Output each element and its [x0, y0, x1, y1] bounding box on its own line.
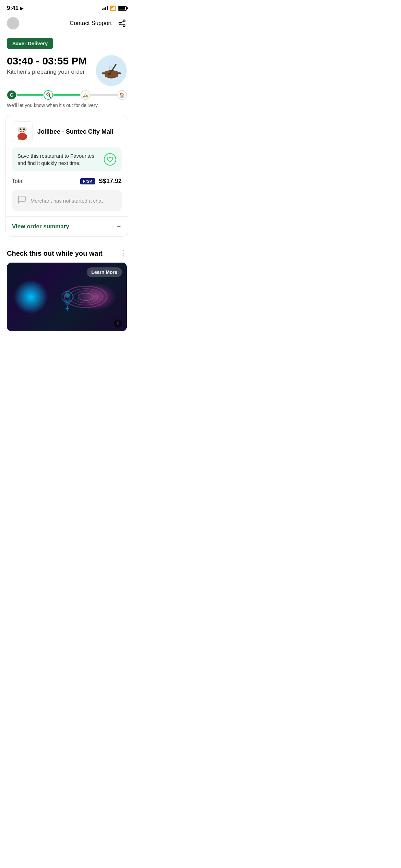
check-title: Check this out while you wait — [7, 250, 102, 257]
progress-line-1 — [16, 94, 44, 96]
back-button[interactable] — [7, 17, 19, 29]
status-bar: 9:41 ▶ 📶 — [0, 0, 134, 14]
saver-delivery-badge: Saver Delivery — [7, 38, 53, 49]
status-time: 9:41 ▶ — [7, 5, 23, 12]
svg-point-31 — [78, 293, 93, 300]
status-icons: 📶 — [102, 5, 127, 11]
progress-line-2 — [53, 94, 80, 96]
view-order-row[interactable]: View order summary → — [6, 217, 128, 236]
check-section: Check this out while you wait ⋮ — [0, 242, 134, 331]
total-amount: S$17.92 — [99, 178, 122, 185]
ad-glow-blue — [14, 280, 48, 314]
ad-card: Learn More × — [7, 263, 127, 331]
fav-text: Save this restaurant to Favourites and f… — [17, 152, 104, 167]
total-right: VISA S$17.92 — [80, 178, 122, 185]
restaurant-card: Jollibee Jollibee - Suntec City Mall Sav… — [5, 115, 128, 237]
svg-text:G: G — [10, 92, 14, 98]
ad-illustration — [58, 273, 113, 321]
favourite-banner[interactable]: Save this restaurant to Favourites and f… — [12, 147, 122, 171]
svg-line-3 — [121, 24, 123, 25]
svg-rect-24 — [20, 125, 25, 127]
arrow-right-icon: → — [116, 223, 122, 230]
progress-bar: G 🍳 🛵 🏠 — [7, 90, 127, 100]
nav-bar: Contact Support — [0, 14, 134, 34]
heart-icon[interactable] — [104, 153, 116, 166]
location-arrow-icon: ▶ — [20, 6, 23, 11]
delivery-info: 03:40 - 03:55 PM Kitchen's preparing you… — [7, 55, 96, 75]
chat-status-text: Merchant has not started a chat — [31, 198, 103, 204]
step-grabfood-icon: G — [7, 90, 16, 100]
chat-icon — [17, 195, 26, 206]
check-header: Check this out while you wait ⋮ — [7, 249, 127, 258]
progress-hint: We'll let you know when it's out for del… — [7, 103, 127, 108]
svg-point-35 — [65, 293, 70, 298]
share-button[interactable] — [117, 19, 127, 28]
ad-background: Learn More — [7, 263, 127, 331]
svg-line-4 — [121, 22, 123, 23]
svg-text:Jollibee: Jollibee — [18, 138, 27, 140]
restaurant-logo: Jollibee — [12, 121, 33, 142]
svg-rect-8 — [118, 72, 121, 74]
svg-point-22 — [23, 129, 25, 130]
restaurant-name: Jollibee - Suntec City Mall — [37, 128, 113, 135]
chat-banner: Merchant has not started a chat — [12, 190, 122, 211]
nav-right: Contact Support — [70, 19, 127, 28]
svg-point-21 — [20, 129, 22, 130]
signal-icon — [102, 6, 108, 10]
svg-point-10 — [108, 73, 111, 75]
svg-point-28 — [64, 286, 107, 308]
step-kitchen-icon: 🍳 — [44, 90, 53, 100]
delivery-time: 03:40 - 03:55 PM — [7, 55, 96, 67]
contact-support-button[interactable]: Contact Support — [70, 20, 112, 27]
cooking-illustration — [96, 55, 127, 86]
svg-text:🏠: 🏠 — [119, 92, 125, 98]
close-ad-button[interactable]: × — [114, 320, 122, 328]
total-row: Total VISA S$17.92 — [12, 178, 122, 190]
progress-line-3 — [90, 94, 117, 96]
svg-text:🛵: 🛵 — [83, 93, 88, 98]
more-options-button[interactable]: ⋮ — [119, 249, 127, 258]
step-rider-icon: 🛵 — [81, 90, 90, 100]
time-display: 9:41 — [7, 5, 19, 12]
visa-badge: VISA — [80, 178, 95, 184]
learn-more-button[interactable]: Learn More — [87, 267, 122, 277]
wifi-icon: 📶 — [110, 5, 116, 11]
svg-rect-7 — [102, 72, 106, 74]
total-label: Total — [12, 178, 24, 184]
svg-point-29 — [69, 289, 102, 305]
battery-icon — [118, 6, 127, 11]
main-content: Saver Delivery 03:40 - 03:55 PM Kitchen'… — [0, 34, 134, 237]
card-inner: Jollibee Jollibee - Suntec City Mall Sav… — [6, 115, 128, 211]
svg-point-30 — [73, 291, 98, 303]
delivery-header: 03:40 - 03:55 PM Kitchen's preparing you… — [7, 55, 127, 86]
step-home-icon: 🏠 — [117, 90, 127, 100]
delivery-status: Kitchen's preparing your order — [7, 69, 96, 75]
svg-text:🍳: 🍳 — [46, 92, 52, 98]
view-order-link[interactable]: View order summary — [12, 223, 69, 230]
restaurant-header: Jollibee Jollibee - Suntec City Mall — [12, 121, 122, 142]
